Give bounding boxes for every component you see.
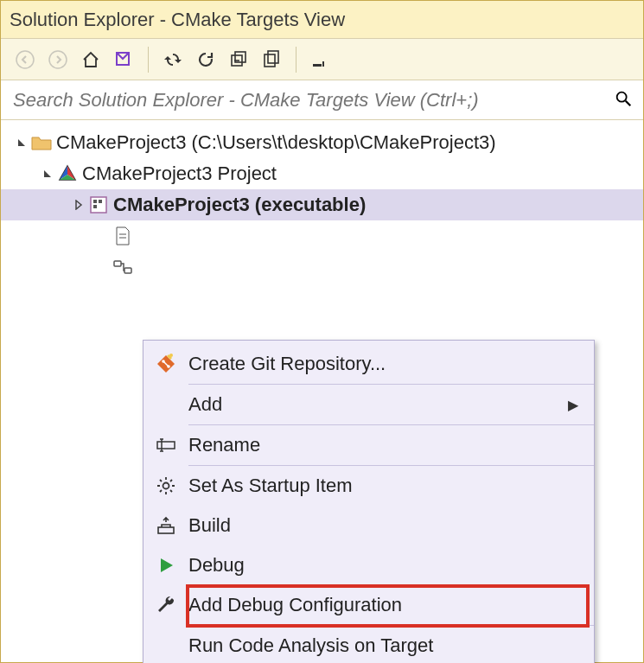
tree-project-label: CMakeProject3 Project [82,163,277,185]
context-menu: Create Git Repository... Add ▶ Rename [143,340,595,663]
collapse-all-button[interactable] [225,46,252,73]
menu-debug[interactable]: Debug [143,545,594,585]
refresh-button[interactable] [192,46,220,73]
menu-rename[interactable]: Rename [143,425,594,465]
properties-button[interactable] [307,46,335,73]
svg-rect-13 [93,200,97,203]
show-all-files-button[interactable] [258,46,285,73]
rename-icon [143,435,188,456]
menu-set-startup[interactable]: Set As Startup Item [143,466,594,506]
menu-code-analysis[interactable]: Run Code Analysis on Target [143,626,594,663]
svg-point-10 [617,92,627,101]
menu-label: Create Git Repository... [188,353,578,375]
svg-point-28 [163,483,169,489]
svg-rect-6 [265,54,275,67]
svg-point-23 [169,354,173,357]
titlebar: Solution Explorer - CMake Targets View [1,1,643,39]
tree-root-label: CMakeProject3 (C:\Users\t\desktop\CMakeP… [56,131,496,154]
menu-label: Set As Startup Item [188,475,578,497]
svg-rect-12 [91,197,106,213]
expand-icon[interactable] [39,169,56,179]
tree-content: CMakeProject3 (C:\Users\t\desktop\CMakeP… [1,120,643,662]
expand-icon[interactable] [13,137,30,148]
menu-build[interactable]: Build [143,506,594,545]
window-title: Solution Explorer - CMake Targets View [10,9,345,31]
tree-project-row[interactable]: CMakeProject3 Project [1,158,643,189]
tree-references-row[interactable] [1,252,643,283]
svg-point-1 [49,51,67,68]
svg-rect-15 [99,200,102,203]
svg-rect-14 [93,205,97,208]
caption-buttons [598,1,636,38]
references-icon [112,258,134,276]
svg-rect-19 [124,268,131,273]
svg-line-11 [626,100,631,105]
menu-add-debug-config[interactable]: Add Debug Configuration [143,585,594,625]
menu-label: Add [188,393,568,416]
toolbar [1,39,643,80]
file-icon [112,226,134,245]
menu-label: Debug [188,554,578,577]
switch-views-button[interactable] [110,46,137,73]
build-icon [143,515,188,536]
git-repo-icon [143,354,188,374]
cmake-project-icon [56,164,79,183]
play-icon [143,555,188,576]
submenu-arrow-icon: ▶ [568,397,578,413]
search-icon[interactable] [614,89,633,112]
home-button[interactable] [77,46,105,73]
svg-rect-29 [158,527,174,533]
forward-button[interactable] [44,46,72,73]
menu-label: Build [188,514,578,537]
search-input[interactable] [11,88,614,112]
menu-label: Rename [188,434,578,456]
tree-target-row[interactable]: CMakeProject3 (executable) [1,189,643,220]
solution-explorer-window: Solution Explorer - CMake Targets View [0,0,644,663]
svg-point-0 [16,51,34,68]
menu-label: Run Code Analysis on Target [188,634,578,657]
menu-add[interactable]: Add ▶ [143,385,594,424]
sync-button[interactable] [159,46,187,73]
svg-rect-18 [114,261,121,266]
svg-rect-9 [322,61,324,67]
menu-create-git[interactable]: Create Git Repository... [143,344,594,384]
svg-rect-7 [268,51,278,63]
tree-target-label: CMakeProject3 (executable) [113,194,366,216]
executable-icon [87,195,110,214]
gear-icon [143,475,188,496]
collapse-icon[interactable] [70,200,87,210]
wrench-icon [143,595,188,615]
tree-root-row[interactable]: CMakeProject3 (C:\Users\t\desktop\CMakeP… [1,127,643,158]
searchbar [1,80,643,120]
toolbar-separator [148,47,149,73]
toolbar-separator [296,47,296,73]
svg-rect-8 [313,64,322,67]
menu-label: Add Debug Configuration [188,594,578,616]
svg-rect-24 [157,442,175,449]
back-button[interactable] [11,46,39,73]
folder-icon [30,134,53,151]
tree-file-row[interactable] [1,220,643,252]
